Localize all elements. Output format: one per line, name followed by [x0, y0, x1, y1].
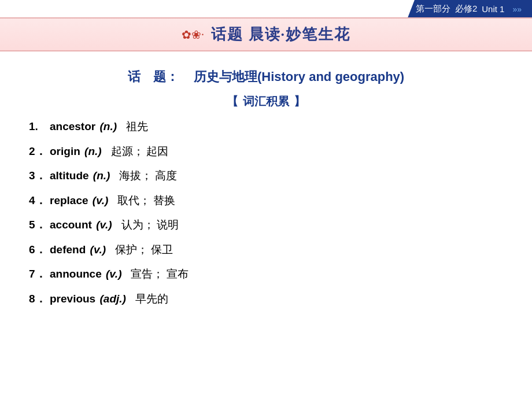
vocab-item: 2． origin (n.) 起源； 起因: [29, 143, 503, 160]
vocab-pos: (v.): [87, 242, 106, 258]
vocab-meaning: 认为； 说明: [121, 217, 179, 234]
vocab-meaning: 起源； 起因: [111, 143, 169, 160]
vocab-item: 3． altitude (n.) 海拔； 高度: [29, 168, 503, 184]
vocab-num: 8．: [29, 291, 50, 308]
vocab-word: origin: [50, 143, 80, 160]
vocab-pos: (v.): [93, 217, 112, 234]
section-title-text: 词汇积累: [243, 95, 289, 108]
vocab-word: defend: [50, 242, 86, 258]
banner-title: 话题 晨读·妙笔生花: [211, 24, 350, 45]
topic-line: 话 题： 历史与地理(History and geography): [0, 68, 532, 86]
vocab-word: account: [50, 217, 92, 234]
vocab-num: 1.: [29, 119, 50, 135]
banner-icon-left: ✿❀·: [182, 28, 204, 42]
vocab-pos: (n.): [90, 168, 110, 184]
bracket-right: 】: [294, 95, 305, 108]
vocab-num: 7．: [29, 266, 50, 283]
vocab-num: 2．: [29, 143, 50, 160]
section-title: 【 词汇积累 】: [0, 94, 532, 109]
vocab-pos: (adj.): [97, 291, 126, 308]
topic-text: 历史与地理(History and geography): [194, 69, 404, 84]
vocab-meaning: 海拔； 高度: [119, 168, 177, 184]
vocab-word: altitude: [50, 168, 89, 184]
vocab-meaning: 保护； 保卫: [115, 242, 173, 258]
vocab-item: 4． replace (v.) 取代； 替换: [29, 193, 503, 209]
banner-content: ✿❀· 话题 晨读·妙笔生花: [0, 24, 532, 45]
vocab-pos: (n.): [97, 119, 117, 135]
bracket-left: 【: [227, 95, 238, 108]
vocab-pos: (v.): [90, 193, 109, 209]
vocab-num: 6．: [29, 242, 50, 258]
vocab-pos: (n.): [82, 143, 102, 160]
unit-label: Unit 1: [482, 4, 504, 14]
vocab-item: 7． announce (v.) 宣告； 宣布: [29, 266, 503, 283]
vocab-word: ancestor: [50, 119, 95, 135]
book-label: 必修2: [455, 3, 477, 14]
part-label: 第一部分: [416, 3, 450, 14]
vocab-item: 6． defend (v.) 保护； 保卫: [29, 242, 503, 258]
vocab-item: 1. ancestor (n.) 祖先: [29, 119, 503, 135]
vocab-item: 8． previous (adj.) 早先的: [29, 291, 503, 308]
vocab-meaning: 早先的: [135, 291, 168, 308]
header-banner: ✿❀· 话题 晨读·妙笔生花: [0, 17, 532, 51]
vocab-meaning: 宣告； 宣布: [131, 266, 189, 283]
topic-label: 话 题：: [128, 69, 179, 84]
vocab-num: 5．: [29, 217, 50, 234]
vocab-num: 3．: [29, 168, 50, 184]
vocab-meaning: 祖先: [126, 119, 148, 135]
vocab-word: replace: [50, 193, 88, 209]
vocab-item: 5． account (v.) 认为； 说明: [29, 217, 503, 234]
vocab-word: announce: [50, 266, 102, 283]
vocab-meaning: 取代； 替换: [117, 193, 175, 209]
top-label: 第一部分 必修2 Unit 1: [408, 0, 532, 18]
vocab-list: 1. ancestor (n.) 祖先 2． origin (n.) 起源； 起…: [29, 119, 503, 315]
vocab-num: 4．: [29, 193, 50, 209]
vocab-word: previous: [50, 291, 95, 308]
vocab-pos: (v.): [103, 266, 122, 283]
